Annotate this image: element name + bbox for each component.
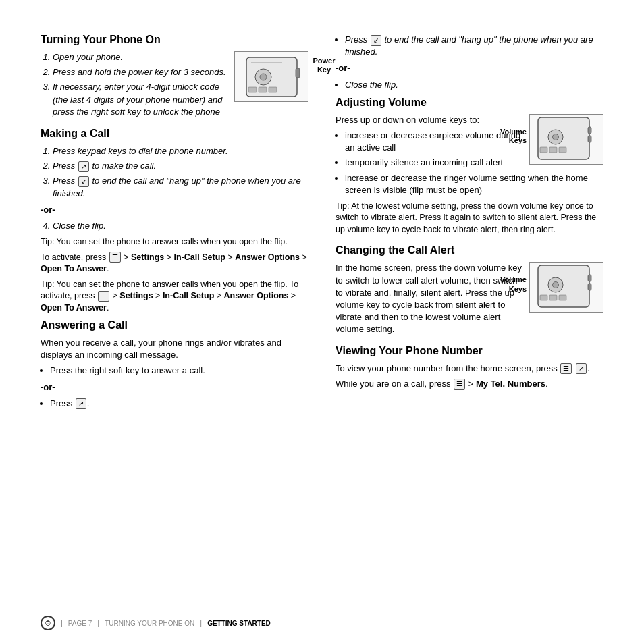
volume-diagram2 (529, 262, 603, 313)
footer-current-section: GETTING STARTED (207, 620, 271, 627)
answering-or: -or- (41, 381, 308, 394)
section-title-changing-alert: Changing the Call Alert (336, 244, 603, 257)
svg-point-18 (553, 282, 559, 288)
footer-section: TURNING YOUR PHONE ON (105, 620, 194, 627)
svg-rect-16 (538, 265, 589, 307)
making-call-tip1-detail: To activate, press ☰ > Settings > In-Cal… (41, 252, 308, 275)
making-call-step-3: Press ↙ to end the call and "hang up" th… (53, 175, 308, 199)
svg-rect-11 (540, 147, 547, 153)
end-key-icon: ↙ (78, 176, 89, 187)
section-viewing-number: Viewing Your Phone Number To view your p… (336, 345, 603, 390)
footer-logo: © (41, 616, 55, 630)
answering-bullet-1: Press the right soft key to answer a cal… (50, 365, 308, 377)
volume-phone-svg (530, 115, 597, 162)
svg-point-10 (553, 134, 559, 140)
svg-rect-7 (296, 68, 300, 78)
menu-key-icon2: ☰ (98, 291, 109, 302)
svg-rect-19 (540, 295, 547, 300)
volume-diagram1 (529, 114, 603, 165)
making-call-or: -or- (41, 204, 308, 216)
phone-svg (243, 56, 300, 98)
end-key-icon3: ↙ (371, 35, 381, 46)
svg-rect-14 (588, 127, 591, 134)
power-key-label: PowerKey (310, 57, 338, 74)
section-adjusting-volume: Adjusting Volume VolumeKeys (336, 97, 603, 240)
footer-divider3: | (200, 619, 202, 627)
making-call-cont-bullet1: Press ↙ to end the call and "hang up" th… (345, 34, 603, 58)
making-call-tip2: Tip: You can set the phone to answer cal… (41, 279, 308, 315)
right-or-label: -or- (336, 62, 603, 74)
svg-rect-4 (259, 87, 267, 92)
menu-key-icon4: ☰ (454, 379, 465, 390)
footer-page: PAGE 7 (68, 620, 92, 627)
section-title-adjusting-volume: Adjusting Volume (336, 97, 603, 109)
making-call-cont-bullets: Press ↙ to end the call and "hang up" th… (336, 34, 603, 58)
section-title-making-call: Making a Call (41, 128, 308, 140)
viewing-number-detail: While you are on a call, press ☰ > My Te… (336, 378, 603, 390)
send-key-icon2: ↗ (76, 398, 86, 409)
svg-rect-12 (549, 147, 557, 153)
svg-rect-3 (248, 87, 257, 92)
making-call-step-2: Press ↗ to make the call. (53, 160, 308, 172)
volume-diagram-wrapper2: VolumeKeys (529, 262, 603, 313)
section-answering-call: Answering a Call When you receive a call… (41, 319, 308, 410)
answering-bullets: Press the right soft key to answer a cal… (41, 365, 308, 377)
making-call-steps: Press keypad keys to dial the phone numb… (41, 145, 308, 200)
phone-diagram-wrapper: PowerKey (234, 51, 308, 102)
section-title-answering: Answering a Call (41, 319, 308, 331)
svg-point-2 (260, 74, 267, 80)
volume-diagram-wrapper: VolumeKeys (529, 114, 603, 165)
menu-key-icon3: ☰ (560, 363, 572, 374)
making-call-step-4: Close the flip. (53, 220, 308, 232)
volume-phone-svg2 (530, 263, 597, 310)
svg-rect-15 (588, 136, 591, 142)
page: Turning Your Phone On (0, 0, 644, 644)
svg-rect-23 (588, 284, 591, 290)
answering-intro: When you receive a call, your phone ring… (41, 337, 308, 361)
viewing-number-intro: To view your phone number from the home … (336, 363, 603, 375)
making-call-step-1: Press keypad keys to dial the phone numb… (53, 145, 308, 157)
section-title-turning-on: Turning Your Phone On (41, 34, 308, 46)
right-column: Press ↙ to end the call and "hang up" th… (336, 34, 603, 415)
making-call-step4-list: Close the flip. (41, 220, 308, 232)
adjusting-volume-bullet-3: increase or decrease the ringer volume s… (345, 172, 603, 196)
svg-rect-5 (269, 87, 277, 92)
left-column: Turning Your Phone On (41, 34, 308, 415)
making-call-cont-bullets2: Close the flip. (336, 79, 603, 91)
svg-rect-20 (549, 295, 557, 300)
footer-divider1: | (61, 619, 63, 627)
making-call-tip1: Tip: You can set the phone to answer cal… (41, 236, 308, 248)
svg-rect-8 (538, 117, 589, 159)
volume-keys-label1: VolumeKeys (493, 128, 527, 145)
section-making-call: Making a Call Press keypad keys to dial … (41, 128, 308, 314)
volume-keys-label2: VolumeKeys (493, 275, 527, 293)
send-key-icon3: ↗ (576, 363, 587, 374)
section-making-call-cont: Press ↙ to end the call and "hang up" th… (336, 34, 603, 91)
svg-rect-13 (559, 147, 566, 153)
svg-rect-22 (588, 275, 591, 281)
menu-key-icon1: ☰ (109, 252, 121, 263)
answering-bullet-2: Press ↗. (50, 398, 308, 410)
answering-bullets-2: Press ↗. (41, 398, 308, 410)
section-changing-alert: Changing the Call Alert VolumeKeys (336, 244, 603, 339)
footer: © | PAGE 7 | TURNING YOUR PHONE ON | GET… (41, 610, 603, 630)
section-turning-on: Turning Your Phone On (41, 34, 308, 122)
footer-divider2: | (97, 619, 99, 627)
section-title-viewing-number: Viewing Your Phone Number (336, 345, 603, 357)
phone-diagram (234, 51, 308, 102)
send-key-icon: ↗ (78, 161, 89, 172)
making-call-cont-bullet2: Close the flip. (345, 79, 603, 91)
adjusting-volume-tip: Tip: At the lowest volume setting, press… (336, 200, 603, 236)
content-area: Turning Your Phone On (41, 34, 603, 415)
svg-rect-21 (559, 295, 566, 300)
